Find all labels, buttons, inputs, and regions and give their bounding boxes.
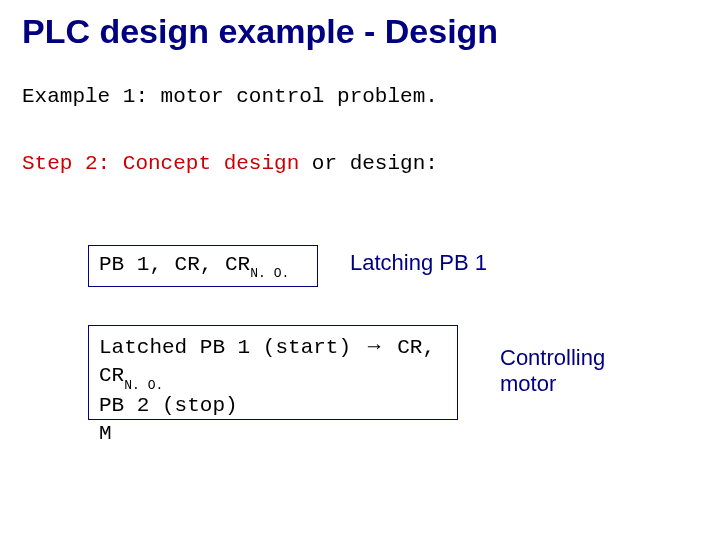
latching-box-text: PB 1, CR, CR bbox=[99, 253, 250, 276]
latching-box: PB 1, CR, CRN. O. bbox=[88, 245, 318, 287]
controlling-box-line2: PB 2 (stop) bbox=[99, 392, 447, 420]
line1-prefix: Latched PB 1 (start) bbox=[99, 336, 364, 359]
step-black-text: or design: bbox=[299, 152, 438, 175]
latching-label: Latching PB 1 bbox=[350, 250, 487, 276]
example-heading: Example 1: motor control problem. bbox=[22, 85, 438, 108]
slide: PLC design example - Design Example 1: m… bbox=[0, 0, 720, 540]
controlling-box-line1: Latched PB 1 (start) → CR, CRN. O. bbox=[99, 332, 447, 392]
controlling-label-line2: motor bbox=[500, 371, 605, 397]
controlling-box: Latched PB 1 (start) → CR, CRN. O. PB 2 … bbox=[88, 325, 458, 420]
controlling-label-line1: Controlling bbox=[500, 345, 605, 371]
step-red-text: Step 2: Concept design bbox=[22, 152, 299, 175]
controlling-box-line3: M bbox=[99, 420, 447, 448]
arrow-icon: → bbox=[364, 334, 385, 357]
latching-box-subscript: N. O. bbox=[250, 266, 289, 281]
slide-title: PLC design example - Design bbox=[22, 12, 498, 51]
step-heading: Step 2: Concept design or design: bbox=[22, 152, 438, 175]
controlling-label: Controlling motor bbox=[500, 345, 605, 398]
line1-subscript: N. O. bbox=[124, 378, 163, 393]
